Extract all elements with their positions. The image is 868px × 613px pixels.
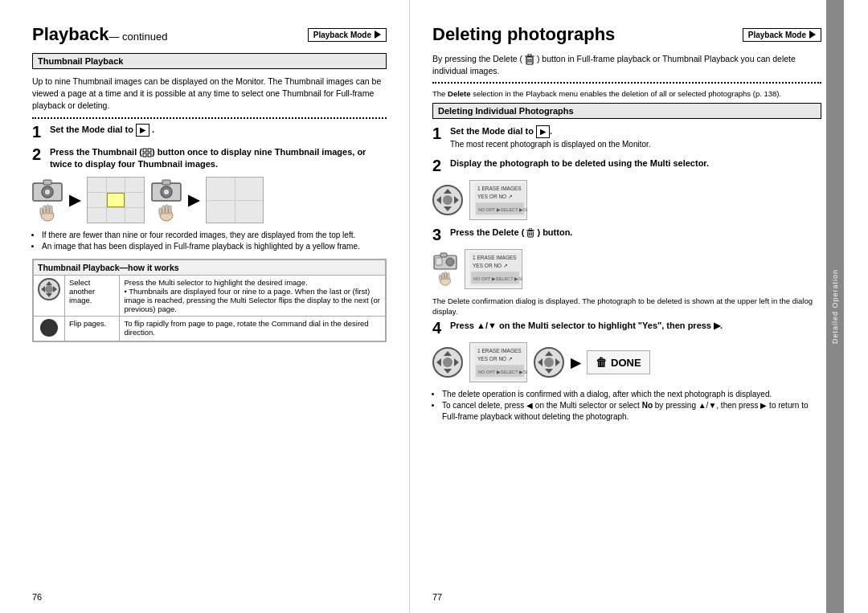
camera-svg2 (151, 179, 182, 202)
svg-rect-14 (162, 180, 170, 185)
bullet-2: An image that has been displayed in Full… (42, 241, 387, 252)
right-triangle-icon (809, 31, 816, 39)
command-dial-icon (40, 319, 58, 337)
right-step2-text: Display the photograph to be deleted usi… (450, 157, 821, 170)
how-it-works-section: Thumbnail Playback—how it works (32, 259, 387, 342)
hand-icon2 (155, 204, 178, 222)
arrow-up (46, 281, 52, 285)
svg-text:NO OPT  ▶SELECT  ▶SET: NO OPT ▶SELECT ▶SET (478, 370, 527, 375)
left-step-1: 1 Set the Mode dial to ▶ . (32, 124, 387, 140)
multi-center (45, 285, 53, 293)
svg-text:NO OPT  ▶SELECT  ▶SET: NO OPT ▶SELECT ▶SET (473, 276, 522, 281)
svg-rect-45 (444, 272, 446, 280)
svg-rect-38 (530, 228, 532, 231)
done-label: DONE (611, 357, 641, 369)
arrow-icon-1: ▶ (69, 191, 80, 209)
svg-point-7 (44, 189, 51, 195)
svg-rect-40 (440, 253, 447, 257)
right-title: Deleting photographs (432, 24, 743, 45)
delete-dialog-step3: 1 ERASE IMAGES YES OR NO ↗ NO OPT ▶SELEC… (465, 249, 522, 289)
trash-icon: 🗑 (596, 356, 607, 369)
arrow-icon-2: ▶ (188, 191, 199, 209)
dotted-divider-right (432, 82, 821, 84)
step4-diagram: 1 ERASE IMAGES YES OR NO ↗ NO OPT ▶SELEC… (432, 342, 821, 382)
right-playback-badge: Playback Mode (743, 28, 821, 42)
left-title-suffix: — continued (108, 31, 167, 43)
right-header: Deleting photographs Playback Mode (432, 24, 821, 45)
step4-notes: The delete operation is confirmed with a… (432, 389, 821, 423)
deleting-individual-title: Deleting Individual Photographs (438, 106, 574, 116)
svg-rect-44 (442, 272, 444, 279)
step4-dialog: 1 ERASE IMAGES YES OR NO ↗ NO OPT ▶SELEC… (469, 342, 527, 382)
svg-rect-11 (50, 206, 52, 214)
svg-rect-19 (166, 205, 168, 214)
left-header: Playback— continued Playback Mode (32, 24, 387, 45)
right-step3-note: The Delete confirmation dialog is displa… (432, 296, 821, 317)
svg-rect-2 (143, 153, 146, 157)
multi-center-large (443, 195, 452, 205)
right-step1-text: Set the Mode dial to ▶. The most recent … (450, 125, 821, 151)
thumbnail-button-icon (142, 148, 152, 157)
how-table-title: Thumbnail Playback—how it works (34, 260, 386, 276)
left-page-num: 76 (32, 592, 42, 602)
left-title-text: Playback (32, 24, 108, 44)
how-row2-icon-cell (34, 317, 65, 341)
arrow-right-icon: ▶ (571, 355, 580, 370)
multi-selector-icon (38, 278, 60, 300)
how-row2-label: Flip pages. (65, 317, 120, 341)
arrow-right (53, 286, 57, 292)
left-page: Playback— continued Playback Mode Thumbn… (0, 0, 410, 613)
dotted-divider-1 (32, 117, 387, 119)
right-step3-text: Press the Delete ( ) button. (450, 227, 821, 239)
how-row2-desc: To flip rapidly from page to page, rotat… (120, 317, 386, 341)
delete-camera-icon (432, 252, 458, 270)
svg-rect-9 (43, 206, 46, 214)
arrow-down (46, 293, 52, 297)
right-step4-text: Press ▲/▼ on the Multi selector to highl… (450, 320, 821, 332)
svg-rect-1 (148, 149, 151, 152)
svg-point-42 (446, 258, 454, 266)
mode-dial-icon-right: ▶ (536, 125, 550, 139)
right-step-4: 4 Press ▲/▼ on the Multi selector to hig… (432, 320, 821, 336)
sidebar-label: Detailed Operation (831, 269, 839, 344)
camera-icon-group (32, 179, 63, 222)
step2-diagram: 1 ERASE IMAGES YES OR NO ↗ NO OPT ▶SELEC… (432, 180, 821, 220)
delete-icon-step3 (526, 228, 534, 238)
svg-rect-12 (40, 208, 43, 215)
svg-text:YES OR NO ↗: YES OR NO ↗ (477, 193, 513, 198)
right-page: Deleting photographs Playback Mode By pr… (410, 0, 844, 613)
playback-triangle-icon (375, 31, 381, 39)
svg-text:YES OR NO ↗: YES OR NO ↗ (473, 262, 508, 268)
multi-selector-step4 (432, 347, 463, 378)
svg-text:1 ERASE IMAGES: 1 ERASE IMAGES (473, 255, 517, 260)
how-row-1: Select another image. Press the Multi se… (34, 276, 386, 317)
arrow-left (41, 286, 45, 292)
nine-thumb-grid (87, 177, 145, 223)
thumbnail-playback-title: Thumbnail Playback (38, 56, 123, 66)
right-step-2: 2 Display the photograph to be deleted u… (432, 157, 821, 174)
svg-point-16 (163, 189, 170, 195)
right-badge-label: Playback Mode (748, 31, 806, 39)
right-step1-note: The most recent photograph is displayed … (450, 140, 651, 149)
svg-text:NO OPT  ▶SELECT  ▶SET: NO OPT ▶SELECT ▶SET (478, 207, 527, 212)
svg-rect-27 (528, 54, 531, 56)
right-page-inner: Deleting photographs Playback Mode By pr… (432, 24, 821, 597)
left-badge-label: Playback Mode (313, 31, 371, 39)
svg-rect-47 (440, 275, 441, 280)
right-intro: By pressing the Delete ( ) button in Ful… (432, 53, 821, 77)
svg-rect-46 (447, 272, 448, 279)
camera-icon-group2 (151, 179, 182, 222)
thumbnail-playback-box: Thumbnail Playback (32, 53, 387, 69)
multi-selector-step4b (534, 347, 564, 378)
left-step2-text: Press the Thumbnail () button once to di… (50, 146, 387, 171)
right-step-3: 3 Press the Delete ( ) button. (432, 227, 821, 243)
svg-rect-3 (148, 153, 151, 157)
done-box: 🗑 DONE (587, 350, 650, 374)
how-row-2: Flip pages. To flip rapidly from page to… (34, 317, 386, 341)
svg-text:YES OR NO ↗: YES OR NO ↗ (477, 356, 513, 362)
bullet-1: If there are fewer than nine or four rec… (42, 230, 387, 241)
left-playback-badge: Playback Mode (308, 28, 387, 42)
left-step-2: 2 Press the Thumbnail () button once to … (32, 146, 387, 171)
left-title: Playback— continued (32, 24, 308, 45)
step3-diagram: 1 ERASE IMAGES YES OR NO ↗ NO OPT ▶SELEC… (432, 249, 821, 289)
